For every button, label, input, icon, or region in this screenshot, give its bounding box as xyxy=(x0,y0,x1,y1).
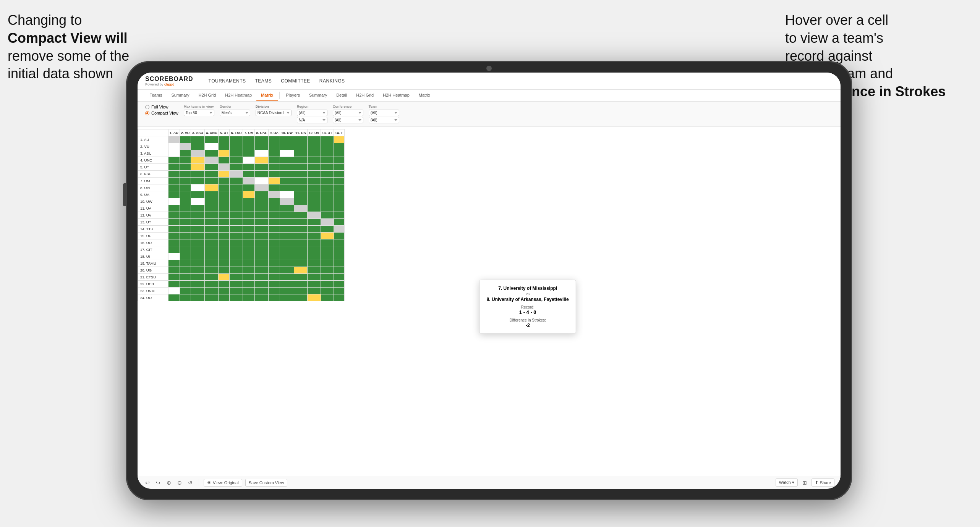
matrix-cell[interactable] xyxy=(168,164,180,171)
matrix-cell[interactable] xyxy=(191,253,205,260)
matrix-cell[interactable] xyxy=(334,260,344,267)
matrix-cell[interactable] xyxy=(294,171,307,178)
matrix-cell[interactable] xyxy=(268,191,280,198)
matrix-cell[interactable] xyxy=(308,226,321,233)
matrix-cell[interactable] xyxy=(204,267,219,274)
matrix-cell[interactable] xyxy=(308,253,321,260)
matrix-cell[interactable] xyxy=(230,294,243,301)
matrix-cell[interactable] xyxy=(334,281,344,288)
matrix-cell[interactable] xyxy=(204,136,219,143)
matrix-cell[interactable] xyxy=(280,198,294,205)
matrix-cell[interactable] xyxy=(334,246,344,253)
matrix-cell[interactable] xyxy=(243,143,255,150)
matrix-cell[interactable] xyxy=(294,267,307,274)
matrix-cell[interactable] xyxy=(204,253,219,260)
toolbar-undo-icon[interactable]: ↩ xyxy=(144,479,151,487)
matrix-cell[interactable] xyxy=(219,164,230,171)
matrix-cell[interactable] xyxy=(168,260,180,267)
matrix-cell[interactable] xyxy=(204,281,219,288)
tab-h2h-grid-right[interactable]: H2H Grid xyxy=(352,90,378,101)
matrix-cell[interactable] xyxy=(308,246,321,253)
matrix-cell[interactable] xyxy=(180,274,191,281)
matrix-cell[interactable] xyxy=(334,157,344,164)
matrix-cell[interactable] xyxy=(168,205,180,212)
matrix-cell[interactable] xyxy=(280,164,294,171)
matrix-cell[interactable] xyxy=(191,246,205,253)
matrix-cell[interactable] xyxy=(180,164,191,171)
matrix-cell[interactable] xyxy=(334,226,344,233)
matrix-cell[interactable] xyxy=(191,136,205,143)
matrix-cell[interactable] xyxy=(255,219,269,226)
tab-summary-right[interactable]: Summary xyxy=(305,90,332,101)
watch-button[interactable]: Watch ▾ xyxy=(776,479,798,487)
filter-region-select-2[interactable]: N/A xyxy=(297,117,327,123)
matrix-cell[interactable] xyxy=(255,164,269,171)
matrix-cell[interactable] xyxy=(308,274,321,281)
filter-division-select[interactable]: NCAA Division I xyxy=(256,110,292,116)
matrix-cell[interactable] xyxy=(294,178,307,184)
matrix-cell[interactable] xyxy=(280,184,294,191)
matrix-cell[interactable] xyxy=(321,281,334,288)
matrix-cell[interactable] xyxy=(180,226,191,233)
matrix-cell[interactable] xyxy=(180,198,191,205)
matrix-cell[interactable] xyxy=(191,288,205,294)
matrix-cell[interactable] xyxy=(280,191,294,198)
matrix-cell[interactable] xyxy=(294,219,307,226)
matrix-cell[interactable] xyxy=(334,267,344,274)
matrix-cell[interactable] xyxy=(308,150,321,157)
matrix-cell[interactable] xyxy=(308,294,321,301)
matrix-cell[interactable] xyxy=(168,191,180,198)
matrix-cell[interactable] xyxy=(243,246,255,253)
matrix-cell[interactable] xyxy=(204,157,219,164)
matrix-cell[interactable] xyxy=(219,143,230,150)
matrix-cell[interactable] xyxy=(219,233,230,239)
matrix-cell[interactable] xyxy=(268,253,280,260)
matrix-cell[interactable] xyxy=(219,281,230,288)
matrix-cell[interactable] xyxy=(280,246,294,253)
matrix-cell[interactable] xyxy=(204,205,219,212)
matrix-cell[interactable] xyxy=(230,178,243,184)
matrix-cell[interactable] xyxy=(255,260,269,267)
matrix-cell[interactable] xyxy=(321,198,334,205)
matrix-cell[interactable] xyxy=(294,246,307,253)
matrix-cell[interactable] xyxy=(308,288,321,294)
matrix-cell[interactable] xyxy=(294,226,307,233)
matrix-cell[interactable] xyxy=(191,178,205,184)
matrix-cell[interactable] xyxy=(308,267,321,274)
matrix-cell[interactable] xyxy=(191,260,205,267)
matrix-cell[interactable] xyxy=(230,260,243,267)
matrix-cell[interactable] xyxy=(268,294,280,301)
matrix-cell[interactable] xyxy=(255,171,269,178)
matrix-cell[interactable] xyxy=(308,157,321,164)
matrix-cell[interactable] xyxy=(294,253,307,260)
matrix-cell[interactable] xyxy=(204,288,219,294)
matrix-cell[interactable] xyxy=(334,219,344,226)
matrix-cell[interactable] xyxy=(255,143,269,150)
matrix-cell[interactable] xyxy=(243,150,255,157)
matrix-cell[interactable] xyxy=(308,184,321,191)
matrix-cell[interactable] xyxy=(191,281,205,288)
matrix-cell[interactable] xyxy=(255,205,269,212)
matrix-cell[interactable] xyxy=(168,233,180,239)
matrix-cell[interactable] xyxy=(334,205,344,212)
matrix-cell[interactable] xyxy=(230,233,243,239)
matrix-cell[interactable] xyxy=(243,267,255,274)
matrix-cell[interactable] xyxy=(334,198,344,205)
matrix-cell[interactable] xyxy=(321,239,334,246)
matrix-cell[interactable] xyxy=(255,246,269,253)
matrix-cell[interactable] xyxy=(204,143,219,150)
matrix-cell[interactable] xyxy=(334,171,344,178)
matrix-cell[interactable] xyxy=(308,233,321,239)
matrix-cell[interactable] xyxy=(204,171,219,178)
matrix-cell[interactable] xyxy=(168,184,180,191)
matrix-cell[interactable] xyxy=(230,219,243,226)
matrix-cell[interactable] xyxy=(268,219,280,226)
matrix-cell[interactable] xyxy=(230,212,243,219)
matrix-cell[interactable] xyxy=(180,157,191,164)
matrix-cell[interactable] xyxy=(168,288,180,294)
matrix-cell[interactable] xyxy=(280,157,294,164)
matrix-cell[interactable] xyxy=(243,212,255,219)
matrix-cell[interactable] xyxy=(243,171,255,178)
matrix-cell[interactable] xyxy=(230,205,243,212)
toolbar-grid-icon[interactable]: ⊞ xyxy=(801,479,808,487)
